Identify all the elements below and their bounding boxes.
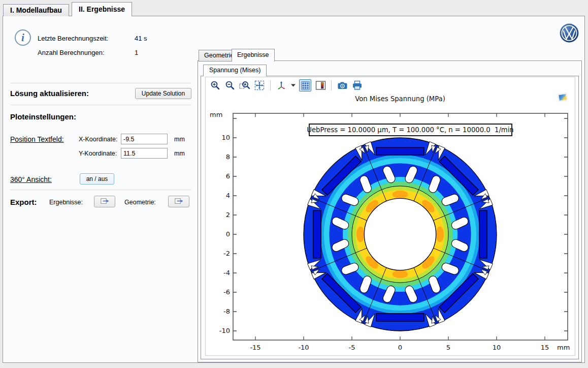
export-icon [101,198,109,206]
export-results-button[interactable] [94,196,115,207]
calc-count-label: Anzahl Berechnungen: [38,49,105,56]
y-tick-label: 0 [226,230,230,238]
plot-tab-spannung-mises[interactable]: Spannung (Mises) [203,65,267,76]
viewer-tab-ergebnisse[interactable]: Ergebnisse [232,49,275,62]
y-tick-label: 6 [226,172,230,180]
x-coordinate-input[interactable] [121,134,168,144]
x-ticks-bottom [255,336,545,340]
zoom-out-icon[interactable] [224,80,236,91]
x-ticks-top [255,113,545,117]
x-tick-label: -10 [298,344,309,351]
y-ticks-right [564,118,568,331]
tab-modellaufbau[interactable]: I. Modellaufbau [3,4,69,16]
mises-stress-plot: Von Mises Spannung (MPa) mm mm -15 -10 -… [206,93,576,356]
plot-settings-heading: Ploteinstellungen: [10,112,76,121]
rotor-cross-section [304,138,497,331]
y-tick-label: 4 [226,192,230,199]
calc-count-value: 1 [135,49,138,56]
export-results-label: Ergebnisse: [49,199,83,206]
export-geometry-button[interactable] [168,196,189,207]
view-360-label: 360° Ansicht: [10,175,52,183]
x-axis-unit: mm [557,344,570,351]
export-icon [175,198,183,206]
x-unit-label: mm [174,136,185,143]
vw-logo [560,23,579,45]
x-tick-label: 0 [398,344,402,351]
position-textfield-label: Position Textfeld: [10,135,64,143]
y-ticks-left [233,118,237,331]
zoom-box-icon[interactable] [239,80,250,91]
last-calc-label: Letzte Berechnungszeit: [38,35,108,42]
y-tick-label: -8 [223,308,230,315]
plot-thumbnail-icon [558,94,567,101]
y-unit-label: mm [174,150,185,157]
zoom-in-icon[interactable] [210,80,221,91]
y-tick-label: -10 [219,327,230,334]
view-orientation-dropdown[interactable] [290,80,296,91]
divider [10,105,191,105]
x-tick-label: -15 [250,344,260,351]
x-tick-label: 15 [541,344,549,351]
update-solution-button[interactable]: Update Solution [135,88,191,99]
x-tick-label: 5 [446,344,450,351]
print-icon[interactable] [351,80,363,91]
x-coordinate-label: X-Koordinate: [79,136,117,143]
y-tick-label: -4 [223,269,230,277]
graphics-canvas: Von Mises Spannung (MPa) mm mm -15 -10 -… [205,77,575,356]
y-coordinate-label: Y-Koordinate: [79,150,117,157]
y-tick-label: 2 [226,211,230,219]
export-heading: Export: [10,198,37,206]
y-coordinate-input[interactable] [121,148,168,159]
y-tick-label: 8 [226,153,230,161]
y-tick-label: -6 [223,288,230,296]
snapshot-camera-icon[interactable] [337,80,348,91]
y-tick-label: 10 [221,134,230,141]
x-tick-label: -5 [349,344,355,351]
solution-heading: Lösung aktualisieren: [10,89,89,98]
graphics-toolbar [210,79,363,92]
toolbar-separator [331,80,332,90]
parameter-annotation: UebPress = 10.0000 μm, T = 100.000 °C, n… [307,126,513,134]
grid-toggle-icon[interactable] [299,79,311,91]
export-geometry-label: Geometrie: [124,199,156,206]
y-tick-label: -2 [223,250,230,257]
tab-ergebnisse[interactable]: II. Ergebnisse [72,2,132,16]
x-tick-label: 10 [493,344,501,351]
view-orientation-icon[interactable] [276,80,287,91]
plot-thumbnail-button[interactable] [558,93,568,102]
divider [10,83,191,83]
color-legend-icon[interactable] [315,80,326,91]
toggle-360-button[interactable]: an / aus [80,173,114,185]
y-axis-unit: mm [210,111,222,118]
divider [10,190,191,190]
plot-title: Von Mises Spannung (MPa) [355,95,445,103]
zoom-extents-icon[interactable] [254,80,265,91]
last-calc-value: 41 s [135,35,147,42]
info-icon: i [15,29,31,46]
toolbar-separator [270,80,271,90]
